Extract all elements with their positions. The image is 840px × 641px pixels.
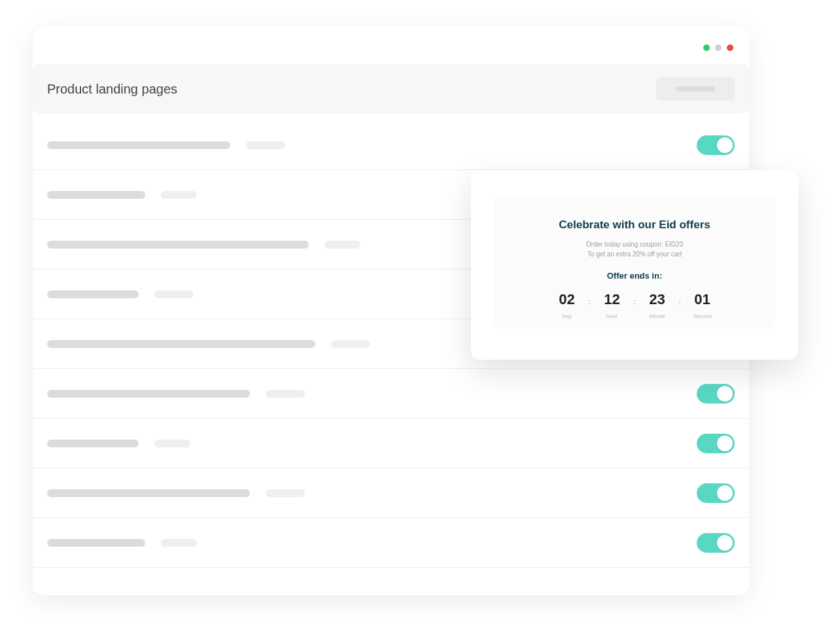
- enable-toggle[interactable]: [697, 384, 735, 404]
- countdown-minute: 23 Minute: [640, 291, 675, 319]
- list-row: [33, 419, 749, 468]
- list-row: [33, 468, 749, 518]
- placeholder-badge: [266, 390, 305, 398]
- preview-content: Celebrate with our Eid offers Order toda…: [493, 196, 776, 328]
- placeholder-text: [47, 489, 250, 497]
- window-maximize[interactable]: [715, 44, 722, 51]
- page-header: Product landing pages: [33, 64, 749, 114]
- countdown-separator: :: [588, 298, 590, 305]
- placeholder-badge: [154, 290, 194, 298]
- preview-subtitle: Order today using coupon: EID20 To get a…: [506, 239, 763, 259]
- row-content: [47, 489, 305, 497]
- countdown-minute-value: 23: [640, 291, 675, 308]
- placeholder-badge: [324, 241, 360, 249]
- countdown-separator: :: [679, 298, 681, 305]
- placeholder-badge: [154, 440, 190, 447]
- row-content: [47, 539, 197, 547]
- placeholder-text: [47, 141, 230, 149]
- countdown-second-label: Second: [685, 313, 720, 319]
- row-content: [47, 191, 197, 199]
- row-content: [47, 241, 360, 249]
- countdown-separator: :: [633, 298, 635, 305]
- list-row: [33, 120, 749, 170]
- enable-toggle[interactable]: [697, 434, 735, 453]
- enable-toggle[interactable]: [697, 483, 735, 503]
- header-action-button[interactable]: [656, 77, 735, 101]
- placeholder-text: [47, 539, 145, 547]
- row-content: [47, 390, 305, 398]
- countdown-hour: 12 Hour: [594, 291, 629, 319]
- countdown-hour-label: Hour: [594, 313, 629, 319]
- preview-line2: To get an extra 20% off your cart: [587, 251, 682, 258]
- countdown-day: 02 Day: [549, 291, 584, 319]
- placeholder-text: [47, 390, 250, 398]
- countdown-second-value: 01: [685, 291, 720, 308]
- offer-ends-label: Offer ends in:: [506, 271, 763, 281]
- countdown-second: 01 Second: [685, 291, 720, 319]
- countdown-preview-card: Celebrate with our Eid offers Order toda…: [471, 170, 798, 360]
- row-content: [47, 141, 285, 149]
- countdown-hour-value: 12: [594, 291, 629, 308]
- window-minimize[interactable]: [703, 44, 710, 51]
- countdown-minute-label: Minute: [640, 313, 675, 319]
- placeholder-badge: [266, 489, 305, 497]
- page-title: Product landing pages: [47, 82, 177, 97]
- placeholder-text: [47, 290, 139, 298]
- placeholder-badge: [246, 141, 285, 149]
- preview-title: Celebrate with our Eid offers: [506, 218, 763, 232]
- placeholder-text: [47, 440, 139, 447]
- placeholder-badge: [161, 191, 197, 199]
- placeholder-text: [47, 241, 309, 249]
- countdown-timer: 02 Day : 12 Hour : 23 Minute : 01 Second: [506, 291, 763, 319]
- placeholder-badge: [161, 539, 197, 547]
- enable-toggle[interactable]: [697, 533, 735, 553]
- list-row: [33, 369, 749, 419]
- placeholder-text: [47, 191, 145, 199]
- window-close[interactable]: [727, 44, 733, 51]
- row-content: [47, 290, 194, 298]
- countdown-day-label: Day: [549, 313, 584, 319]
- list-row: [33, 518, 749, 568]
- preview-line1: Order today using coupon: EID20: [586, 241, 683, 248]
- row-content: [47, 340, 370, 348]
- countdown-day-value: 02: [549, 291, 584, 308]
- placeholder-text: [47, 340, 315, 348]
- window-controls: [703, 44, 733, 51]
- row-content: [47, 440, 190, 447]
- placeholder-badge: [331, 340, 370, 348]
- enable-toggle[interactable]: [697, 135, 735, 155]
